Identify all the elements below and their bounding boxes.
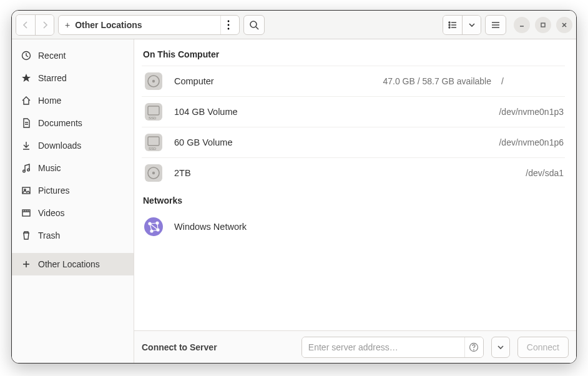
hamburger-menu-button[interactable] — [485, 15, 506, 35]
header-bar: + Other Locations — [12, 11, 576, 39]
server-address-box — [301, 337, 484, 358]
list-icon — [448, 21, 457, 29]
location-name: 2TB — [174, 168, 191, 178]
location-row[interactable]: SSD 60 GB Volume /dev/nvme0n1p6 — [142, 127, 565, 157]
minimize-button[interactable] — [514, 17, 530, 33]
nav-buttons — [16, 14, 54, 36]
main-panel: On This Computer Computer 47.0 GB / 58.7… — [134, 39, 576, 363]
section-header-networks: Networks — [142, 188, 565, 212]
connect-footer: Connect to Server Connect — [134, 330, 576, 363]
chevron-left-icon — [22, 21, 29, 29]
picture-icon — [21, 185, 32, 196]
sidebar-item-label: Videos — [38, 208, 65, 218]
svg-line-4 — [256, 27, 258, 29]
ssd-icon: SSD — [143, 101, 164, 122]
sidebar-item-label: Other Locations — [38, 259, 100, 269]
location-label: Other Locations — [75, 20, 142, 30]
location-row[interactable]: Computer 47.0 GB / 58.7 GB available / — [142, 66, 565, 96]
connect-button[interactable]: Connect — [517, 337, 569, 358]
sidebar-item-videos[interactable]: Videos — [12, 202, 134, 224]
disk-icon — [143, 71, 164, 92]
svg-text:SSD: SSD — [149, 116, 157, 120]
location-row[interactable]: SSD 104 GB Volume /dev/nvme0n1p3 — [142, 96, 565, 127]
sidebar: Recent Starred Home Documents Downloads … — [12, 39, 134, 363]
sidebar-item-label: Downloads — [38, 141, 81, 151]
disk-icon — [143, 162, 164, 184]
svg-point-22 — [27, 169, 30, 171]
sidebar-item-trash[interactable]: Trash — [12, 224, 134, 247]
view-mode-split — [443, 15, 481, 35]
svg-rect-15 — [541, 23, 545, 27]
close-icon — [561, 22, 567, 28]
sidebar-item-other-locations[interactable]: Other Locations — [12, 253, 134, 275]
svg-point-43 — [152, 172, 155, 174]
sidebar-item-documents[interactable]: Documents — [12, 112, 134, 134]
server-history-button[interactable] — [491, 337, 510, 358]
download-icon — [21, 140, 32, 151]
home-icon — [21, 95, 32, 106]
music-icon — [21, 162, 32, 174]
network-name: Windows Network — [174, 222, 247, 232]
minimize-icon — [519, 22, 525, 28]
location-desc: 47.0 GB / 58.7 GB available — [383, 76, 491, 86]
location-mount: /dev/nvme0n1p3 — [499, 107, 564, 117]
plus-icon: + — [65, 20, 70, 30]
svg-point-1 — [227, 24, 229, 26]
back-button[interactable] — [16, 15, 35, 35]
maximize-button[interactable] — [535, 17, 551, 33]
svg-point-7 — [449, 24, 450, 26]
location-mount: /dev/nvme0n1p6 — [499, 137, 564, 147]
maximize-icon — [540, 22, 546, 28]
forward-button[interactable] — [35, 15, 54, 35]
connect-button-label: Connect — [527, 342, 559, 352]
view-dropdown-button[interactable] — [462, 16, 481, 34]
svg-point-34 — [152, 80, 155, 82]
kebab-icon — [227, 20, 230, 30]
server-help-button[interactable] — [464, 337, 483, 357]
network-row[interactable]: Windows Network — [142, 212, 565, 242]
document-icon — [21, 117, 32, 129]
sidebar-item-recent[interactable]: Recent — [12, 44, 134, 67]
svg-rect-23 — [22, 187, 30, 194]
window-controls — [514, 17, 572, 33]
svg-point-3 — [250, 21, 257, 27]
location-row[interactable]: 2TB /dev/sda1 — [142, 157, 565, 188]
sidebar-item-label: Recent — [38, 51, 66, 61]
sidebar-item-pictures[interactable]: Pictures — [12, 179, 134, 202]
svg-point-0 — [227, 20, 229, 22]
trash-icon — [21, 230, 32, 241]
svg-point-5 — [449, 22, 450, 23]
path-menu-button[interactable] — [220, 16, 235, 34]
svg-text:SSD: SSD — [149, 147, 157, 151]
location-mount: /dev/sda1 — [526, 168, 564, 178]
close-button[interactable] — [556, 17, 572, 33]
path-bar[interactable]: + Other Locations — [58, 15, 240, 35]
search-button[interactable] — [243, 15, 265, 35]
location-name: 60 GB Volume — [174, 137, 233, 147]
location-name: Computer — [174, 76, 214, 86]
svg-point-21 — [23, 170, 26, 172]
star-icon — [21, 72, 32, 84]
ssd-icon: SSD — [143, 132, 164, 153]
connect-label: Connect to Server — [142, 342, 217, 352]
plus-icon — [21, 259, 32, 270]
chevron-down-icon — [497, 344, 504, 350]
sidebar-item-label: Trash — [38, 230, 60, 240]
server-address-input[interactable] — [302, 337, 464, 357]
sidebar-item-downloads[interactable]: Downloads — [12, 134, 134, 157]
chevron-down-icon — [469, 22, 475, 28]
sidebar-item-label: Pictures — [38, 186, 70, 195]
chevron-right-icon — [41, 21, 49, 29]
sidebar-item-home[interactable]: Home — [12, 89, 134, 112]
sidebar-item-label: Music — [38, 163, 61, 173]
help-icon — [469, 342, 479, 352]
search-icon — [249, 20, 259, 30]
sidebar-item-starred[interactable]: Starred — [12, 67, 134, 89]
location-name: 104 GB Volume — [174, 107, 238, 117]
svg-point-55 — [473, 349, 474, 350]
sidebar-item-label: Documents — [38, 118, 82, 128]
view-list-button[interactable] — [443, 16, 462, 34]
sidebar-item-music[interactable]: Music — [12, 157, 134, 179]
video-icon — [21, 207, 32, 219]
hamburger-icon — [491, 21, 500, 29]
